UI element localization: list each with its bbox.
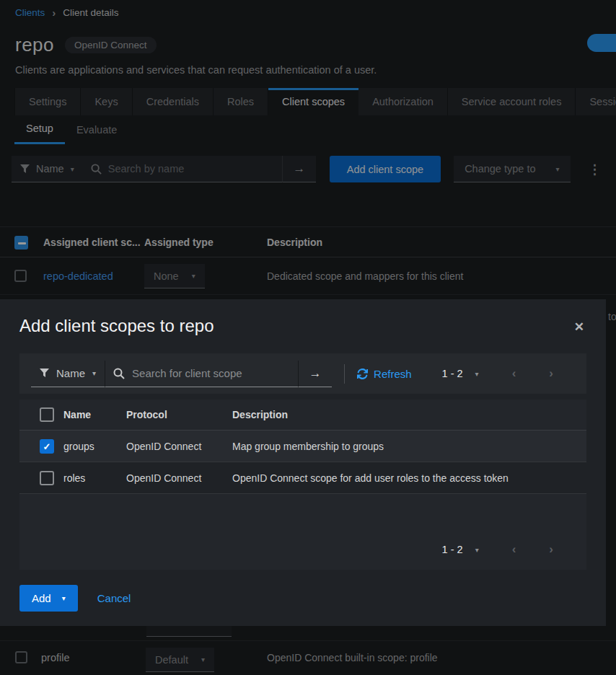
col-description: Description [232,400,288,431]
chevron-left-icon[interactable]: ‹ [512,366,516,381]
row-checkbox-checked[interactable]: ✓ [40,439,54,454]
scope-description: OpenID Connect scope for add user roles … [232,462,509,494]
col-name: Name [63,400,91,431]
add-button-label: Add [32,592,51,604]
pagination-range: 1 - 2 [442,368,463,379]
pagination-range: 1 - 2 [442,544,463,555]
table-row: roles OpenID Connect OpenID Connect scop… [19,462,586,494]
chevron-right-icon[interactable]: › [549,542,553,557]
scope-name: roles [63,462,85,494]
scope-name: groups [63,431,94,462]
chevron-down-icon: ▾ [62,594,66,602]
add-client-scopes-modal: Add client scopes to repo ✕ Name ▾ → Ref… [0,299,606,626]
refresh-label: Refresh [374,368,412,380]
table-header: Name Protocol Description [19,400,586,431]
scope-description: Map group membership to groups [232,431,384,462]
filter-funnel-icon [40,369,49,378]
select-all-checkbox[interactable] [40,407,54,422]
cancel-link[interactable]: Cancel [97,592,131,604]
add-button[interactable]: Add ▾ [19,585,78,612]
search-apply-button[interactable]: → [298,361,332,387]
refresh-button[interactable]: Refresh [357,368,412,380]
client-scopes-picker-table: Name Protocol Description ✓ groups OpenI… [19,400,586,570]
check-icon: ✓ [43,441,51,452]
filter-label: Name [56,367,85,379]
scope-protocol: OpenID Connect [126,431,201,462]
search-field [105,361,298,387]
row-checkbox[interactable] [40,471,54,485]
pagination-bottom: 1 - 2 ▾ ‹ › [442,542,553,557]
table-row: ✓ groups OpenID Connect Map group member… [19,431,586,462]
refresh-icon [357,369,368,379]
scope-protocol: OpenID Connect [126,462,201,494]
name-filter-dropdown[interactable]: Name ▾ [31,361,105,387]
chevron-left-icon[interactable]: ‹ [512,542,516,557]
search-icon [113,368,125,379]
arrow-right-icon: → [309,366,322,381]
close-icon[interactable]: ✕ [574,319,584,335]
toolbar-divider [344,364,345,384]
modal-title: Add client scopes to repo [19,316,586,336]
search-input[interactable] [132,367,290,379]
col-protocol: Protocol [126,400,167,431]
chevron-down-icon: ▾ [92,369,96,377]
chevron-down-icon[interactable]: ▾ [475,546,479,554]
modal-toolbar: Name ▾ → Refresh 1 - 2 ▾ ‹ › [19,353,586,394]
chevron-right-icon[interactable]: › [549,366,553,381]
chevron-down-icon[interactable]: ▾ [475,370,479,378]
pagination-top: 1 - 2 ▾ ‹ › [442,366,553,381]
